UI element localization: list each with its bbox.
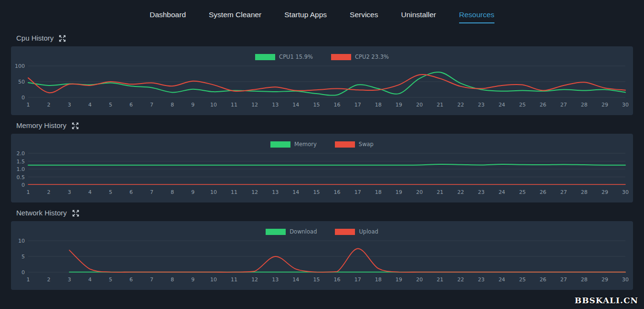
svg-text:0.5: 0.5 (17, 174, 25, 181)
svg-text:1: 1 (27, 189, 30, 195)
legend-label: Download (290, 228, 317, 235)
svg-text:4: 4 (88, 277, 92, 283)
svg-text:23: 23 (478, 102, 484, 108)
svg-text:10: 10 (210, 102, 217, 108)
legend-item: Swap (335, 141, 374, 148)
nav-item-system-cleaner[interactable]: System Cleaner (209, 11, 261, 22)
svg-text:10: 10 (210, 277, 217, 283)
svg-text:1: 1 (27, 102, 30, 108)
svg-text:29: 29 (601, 277, 608, 283)
svg-text:12: 12 (251, 189, 258, 195)
legend-label: CPU2 23.3% (355, 53, 389, 60)
svg-text:10: 10 (210, 189, 217, 195)
svg-text:5: 5 (109, 102, 112, 108)
nav-item-resources[interactable]: Resources (459, 11, 494, 23)
svg-text:24: 24 (498, 277, 505, 283)
svg-text:5: 5 (109, 277, 112, 283)
memory-history-panel: MemorySwap 00.51.01.52.01234567891011121… (11, 134, 633, 202)
legend-swatch (331, 54, 351, 60)
svg-text:20: 20 (416, 189, 423, 195)
svg-text:11: 11 (231, 102, 237, 108)
svg-text:30: 30 (622, 102, 629, 108)
legend-item: Memory (270, 141, 317, 148)
svg-text:100: 100 (15, 63, 25, 69)
network-section-title: Network History (16, 209, 67, 217)
svg-text:21: 21 (437, 189, 443, 195)
svg-text:1.0: 1.0 (17, 166, 25, 172)
legend-swatch (335, 229, 355, 235)
expand-icon[interactable] (72, 122, 79, 129)
nav-item-services[interactable]: Services (350, 11, 378, 22)
svg-text:20: 20 (416, 277, 423, 283)
svg-text:0: 0 (21, 182, 25, 188)
nav-item-dashboard[interactable]: Dashboard (150, 11, 186, 22)
svg-text:27: 27 (560, 189, 567, 195)
svg-text:9: 9 (191, 102, 194, 108)
svg-text:13: 13 (272, 277, 279, 283)
legend-label: Memory (294, 141, 317, 148)
legend-label: Swap (359, 141, 374, 148)
memory-history-section: Memory History MemorySwap 00.51.01.52.01… (11, 115, 633, 202)
svg-text:24: 24 (498, 102, 505, 108)
svg-text:3: 3 (68, 102, 71, 108)
memory-history-chart: 00.51.01.52.0123456789101112131415161718… (11, 150, 633, 200)
svg-text:16: 16 (334, 189, 341, 195)
svg-text:5: 5 (109, 189, 112, 195)
svg-text:50: 50 (18, 79, 25, 85)
svg-text:3: 3 (68, 189, 71, 195)
svg-text:8: 8 (171, 189, 174, 195)
cpu-history-chart: 0501001234567891011121314151617181920212… (11, 63, 633, 113)
svg-text:13: 13 (272, 189, 279, 195)
svg-text:9: 9 (191, 277, 194, 283)
svg-text:26: 26 (540, 102, 547, 108)
svg-text:19: 19 (396, 189, 402, 195)
legend-swatch (270, 141, 290, 148)
svg-text:7: 7 (150, 277, 153, 283)
expand-icon[interactable] (72, 210, 79, 217)
nav-item-startup-apps[interactable]: Startup Apps (284, 11, 327, 22)
svg-text:7: 7 (150, 189, 153, 195)
svg-text:17: 17 (354, 277, 361, 283)
legend-label: Upload (359, 228, 378, 235)
svg-text:14: 14 (292, 277, 299, 283)
svg-text:8: 8 (171, 277, 174, 283)
svg-text:7: 7 (150, 102, 153, 108)
svg-text:9: 9 (191, 189, 194, 195)
svg-text:16: 16 (334, 102, 341, 108)
svg-text:25: 25 (519, 277, 526, 283)
svg-text:21: 21 (437, 277, 443, 283)
svg-text:11: 11 (231, 277, 237, 283)
svg-text:28: 28 (581, 102, 588, 108)
svg-text:20: 20 (416, 102, 423, 108)
cpu-chart-legend: CPU1 15.9%CPU2 23.3% (11, 51, 633, 63)
watermark: BBSKALI.CN (575, 296, 638, 305)
svg-text:10: 10 (18, 238, 25, 244)
svg-text:17: 17 (354, 189, 361, 195)
memory-section-header: Memory History (11, 115, 633, 134)
legend-swatch (255, 54, 275, 60)
svg-text:14: 14 (292, 189, 299, 195)
memory-chart-legend: MemorySwap (11, 138, 633, 150)
svg-text:6: 6 (129, 277, 133, 283)
nav-item-uninstaller[interactable]: Uninstaller (401, 11, 436, 22)
svg-text:3: 3 (68, 277, 71, 283)
legend-label: CPU1 15.9% (279, 53, 313, 60)
svg-text:18: 18 (375, 102, 382, 108)
legend-swatch (266, 229, 286, 235)
svg-text:1: 1 (27, 277, 30, 283)
svg-text:15: 15 (313, 102, 320, 108)
svg-text:27: 27 (560, 102, 567, 108)
network-section-header: Network History (11, 202, 633, 221)
svg-text:13: 13 (272, 102, 279, 108)
svg-text:8: 8 (171, 102, 174, 108)
svg-text:26: 26 (540, 189, 547, 195)
svg-text:25: 25 (519, 189, 526, 195)
svg-text:15: 15 (313, 277, 320, 283)
svg-text:2.0: 2.0 (17, 150, 25, 157)
svg-text:4: 4 (88, 189, 92, 195)
svg-text:22: 22 (457, 277, 464, 283)
expand-icon[interactable] (59, 35, 66, 42)
top-nav: Dashboard System Cleaner Startup Apps Se… (0, 0, 644, 28)
svg-text:23: 23 (478, 189, 484, 195)
svg-text:15: 15 (313, 189, 320, 195)
